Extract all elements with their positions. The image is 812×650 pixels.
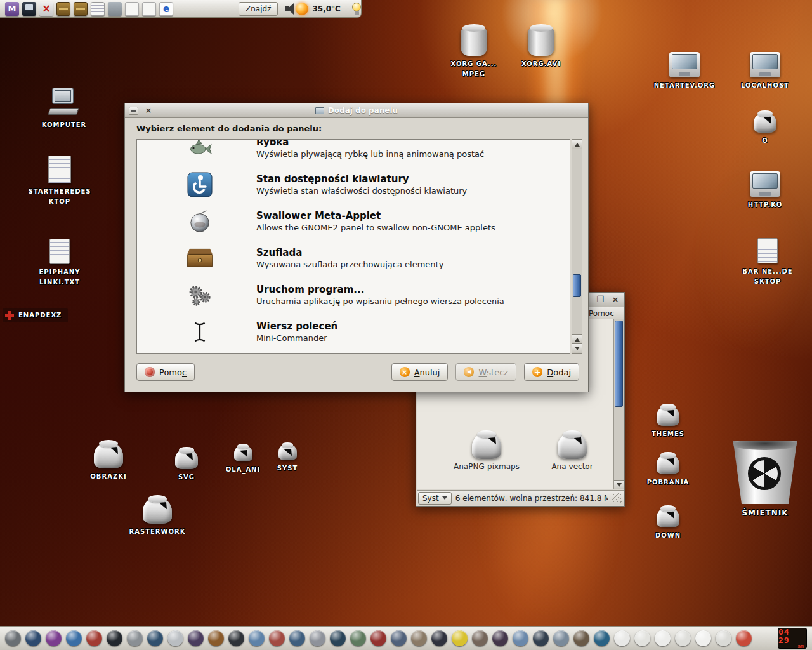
blank-launcher-icon[interactable] (125, 2, 139, 16)
cancel-button[interactable]: Anuluj (391, 363, 449, 381)
app-icon[interactable] (513, 630, 528, 646)
crate-launcher-icon[interactable] (74, 2, 88, 16)
list-item-szuflada[interactable]: Szuflada Wysuwana szuflada przechowująca… (137, 240, 570, 277)
app-icon[interactable] (675, 630, 691, 646)
desktop-icon-enapdexz[interactable]: ENAPDEXZ (3, 308, 68, 322)
app-icon[interactable] (452, 630, 468, 646)
app-icon[interactable] (736, 630, 752, 646)
zoom-combo[interactable]: Syst (418, 492, 452, 505)
scrollbar-thumb[interactable] (573, 274, 581, 297)
app-icon[interactable] (391, 630, 407, 646)
app-icon[interactable] (370, 630, 386, 646)
app-icon[interactable] (594, 630, 610, 646)
app-icon[interactable] (5, 630, 21, 646)
list-item-uruchom-program[interactable]: Uruchom program... Uruchamia aplikację p… (137, 277, 570, 314)
app-icon[interactable] (107, 630, 122, 646)
app-icon[interactable] (492, 630, 508, 646)
file-window-scrollbar[interactable] (613, 319, 624, 489)
app-icon[interactable] (431, 630, 447, 646)
app-icon[interactable] (46, 630, 62, 646)
desktop-icon-syst[interactable]: SYST (270, 444, 304, 474)
folder-item[interactable]: Ana-vector (537, 434, 607, 471)
app-icon[interactable] (411, 630, 427, 646)
window-menu-icon[interactable] (129, 107, 138, 115)
desktop-icon-bar-desktop[interactable]: BAR NE...DE SKTOP (740, 238, 796, 287)
app-icon[interactable] (695, 630, 711, 646)
dialog-scrollbar[interactable] (572, 139, 582, 354)
scroll-down-button[interactable] (572, 343, 582, 353)
temperature-applet[interactable]: 35,0°C (296, 3, 340, 15)
app-icon[interactable] (330, 630, 346, 646)
led-clock[interactable]: 04 29 am (778, 628, 807, 649)
dialog-titlebar[interactable]: Dodaj do panelu × (125, 103, 588, 118)
folder-item[interactable]: AnaPNG-pixmaps (452, 434, 521, 471)
desktop-icon-startheredesktop[interactable]: STARTHEREDES KTOP (28, 156, 91, 207)
menu-item-help[interactable]: Pomoc (586, 309, 617, 318)
list-item-wiersz-polecen[interactable]: Wiersz poleceń Mini-Commander (137, 314, 570, 350)
crate-launcher-icon[interactable] (56, 2, 70, 16)
close-icon[interactable]: × (143, 106, 154, 116)
desktop-icon-themes[interactable]: THEMES (645, 406, 691, 439)
desktop-icon-http-ko[interactable]: HTTP.KO (737, 171, 793, 210)
app-icon[interactable] (208, 630, 224, 646)
app-icon[interactable] (249, 630, 265, 646)
app-icon[interactable] (25, 630, 41, 646)
desktop-icon-komputer[interactable]: KOMPUTER (35, 88, 93, 130)
app-icon[interactable] (573, 630, 589, 646)
app-icon[interactable] (289, 630, 305, 646)
app-icon[interactable] (86, 630, 102, 646)
app-icon[interactable] (634, 630, 650, 646)
app-icon[interactable] (533, 630, 549, 646)
desktop-icon-xorg-mpeg[interactable]: XORG GA... MPEG (446, 27, 502, 79)
browser-launcher-icon[interactable] (159, 2, 173, 16)
app-icon[interactable] (127, 630, 143, 646)
desktop-icon-xorg-avi[interactable]: XORG.AVI (517, 27, 565, 69)
list-item-swallower[interactable]: Swallower Meta-Applet Allows the GNOME2 … (137, 203, 570, 240)
desktop-icon-pobrania[interactable]: POBRANIA (642, 454, 694, 488)
window-manager-launcher-icon[interactable] (5, 2, 19, 16)
app-icon[interactable] (614, 630, 630, 646)
xkill-launcher-icon[interactable] (39, 2, 53, 16)
desktop-icon-netartev-org[interactable]: NETARTEV.ORG (655, 52, 714, 91)
back-button[interactable]: Wstecz (455, 363, 516, 381)
app-icon[interactable] (188, 630, 204, 646)
app-icon[interactable] (147, 630, 163, 646)
app-icon[interactable] (655, 630, 671, 646)
applet-list[interactable]: Rybka Wyświetla pływającą rybkę lub inną… (136, 139, 570, 354)
find-button[interactable]: Znajdź (239, 2, 278, 16)
display-launcher-icon[interactable] (22, 2, 36, 16)
resize-grip[interactable] (612, 493, 622, 503)
app-icon[interactable] (66, 630, 82, 646)
scroll-down-button[interactable] (614, 480, 624, 489)
close-icon[interactable]: × (610, 295, 620, 305)
desktop-icon-epiphany-linki[interactable]: EPIPHANY LINKI.TXT (30, 239, 89, 288)
app-icon[interactable] (167, 630, 183, 646)
scrollbar-thumb[interactable] (615, 321, 623, 407)
desktop-icon-o[interactable]: O (745, 113, 785, 146)
utility-launcher-icon[interactable] (108, 2, 122, 16)
desktop-icon-down[interactable]: DOWN (645, 508, 691, 541)
desktop-icon-rasterwork[interactable]: RASTERWORK (126, 498, 189, 537)
drawer-icon (185, 244, 214, 273)
app-icon[interactable] (472, 630, 488, 646)
document-launcher-icon[interactable] (91, 2, 105, 16)
scroll-up-button[interactable] (572, 140, 582, 149)
app-icon[interactable] (269, 630, 285, 646)
desktop-icon-ola-ani[interactable]: OLA_ANI (222, 446, 264, 475)
app-icon[interactable] (716, 630, 731, 646)
desktop-icon-obrazki[interactable]: OBRAZKI (80, 443, 137, 482)
blank-launcher-icon[interactable] (142, 2, 156, 16)
app-icon[interactable] (553, 630, 569, 646)
desktop-icon-svg[interactable]: SVG (164, 449, 209, 482)
app-icon[interactable] (350, 630, 366, 646)
help-button[interactable]: Pomoc (136, 363, 195, 381)
desktop-icon-smietnik-trash[interactable]: ŚMIETNIK (723, 439, 807, 519)
list-item-rybka[interactable]: Rybka Wyświetla pływającą rybkę lub inną… (137, 139, 570, 166)
desktop-icon-localhost[interactable]: LOCALHOST (736, 52, 794, 91)
add-button[interactable]: Dodaj (524, 363, 579, 381)
restore-icon[interactable]: ❐ (595, 295, 605, 305)
app-icon[interactable] (228, 630, 244, 646)
list-item-keyboard-accessibility[interactable]: Stan dostępności klawiatury Wyświetla st… (137, 166, 570, 203)
scroll-up-button[interactable] (572, 334, 582, 343)
app-icon[interactable] (310, 630, 325, 646)
